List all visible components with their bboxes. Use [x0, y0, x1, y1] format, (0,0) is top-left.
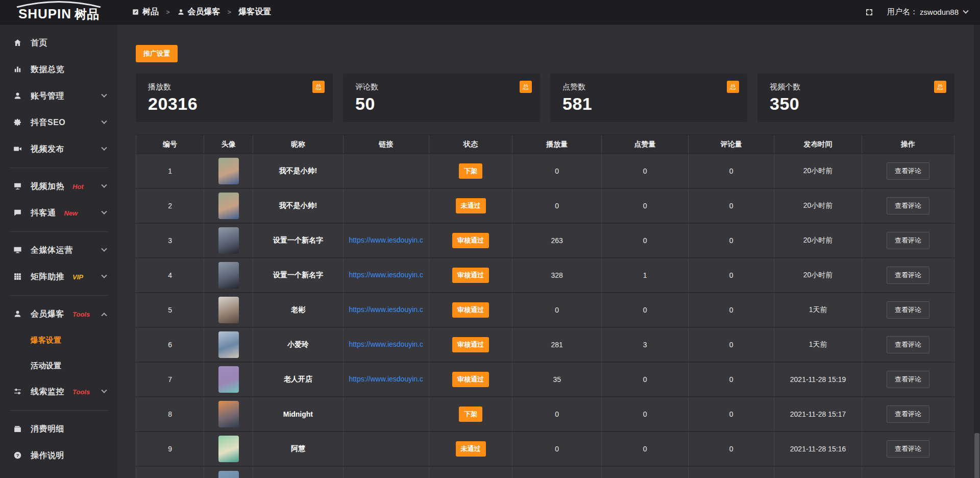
sidebar-item-label: 账号管理 [31, 91, 64, 102]
cell-comments: 0 [688, 154, 774, 188]
grid-icon [13, 272, 22, 281]
chevron-down-icon [101, 118, 107, 124]
cell-nickname: 设置一个新名字 [253, 223, 343, 258]
cell-num: 4 [136, 258, 204, 293]
sidebar-item-operation-guide[interactable]: ? 操作说明 [0, 442, 117, 469]
cell-link [343, 397, 429, 432]
sidebar-subitem-baoke-settings[interactable]: 爆客设置 [0, 327, 117, 353]
table-header-avatar: 头像 [204, 135, 253, 154]
cell-status: 审核通过 [429, 362, 512, 397]
chevron-down-icon [101, 92, 107, 98]
cell-plays: 0 [512, 188, 602, 223]
breadcrumb-separator: > [164, 8, 172, 16]
cell-publish-time [774, 466, 862, 478]
sidebar-item-label: 视频加热 [31, 181, 64, 192]
cell-link: https://www.iesdouyin.c [343, 293, 429, 327]
view-comments-button[interactable]: 查看评论 [887, 301, 929, 319]
cell-num: 7 [136, 362, 204, 397]
sidebar-item-member-baoke[interactable]: 会员爆客 Tools [0, 301, 117, 327]
user-menu[interactable]: 用户名：zswodun88 [887, 7, 968, 17]
table-header-row: 编号头像昵称链接状态播放量点赞量评论量发布时间操作 [136, 135, 954, 154]
chevron-down-icon [101, 388, 107, 393]
sidebar-item-label: 视频发布 [31, 144, 64, 155]
table-header-link: 链接 [343, 135, 429, 154]
view-comments-button[interactable]: 查看评论 [887, 197, 929, 214]
sidebar-item-label: 矩阵助推 [31, 272, 64, 282]
sidebar-item-video-heat[interactable]: 视频加热 Hot [0, 173, 117, 200]
table-row: 1 我不是小帅! 下架 0 0 0 20小时前 查看评论 [136, 154, 954, 188]
cell-likes: 0 [602, 362, 689, 397]
chevron-down-icon [101, 209, 107, 214]
sidebar-item-clue-monitor[interactable]: 线索监控 Tools [0, 378, 117, 405]
cell-nickname: 我不是小帅! [253, 188, 343, 223]
cell-status: 下架 [429, 397, 512, 432]
cell-plays: 0 [512, 154, 602, 188]
sidebar-item-douyin-seo[interactable]: 抖音SEO [0, 109, 117, 136]
sidebar-divider [9, 410, 108, 411]
table-row: 9 阿慧 未通过 0 0 0 2021-11-28 15:16 查看评论 [136, 432, 954, 466]
video-link[interactable]: https://www.iesdouyin.c [349, 375, 423, 383]
stat-value: 581 [562, 94, 735, 114]
stat-card: 视频个数 350 总 [757, 74, 954, 122]
sidebar-subitem-activity-settings[interactable]: 活动设置 [0, 353, 117, 378]
avatar [218, 471, 239, 478]
sidebar-item-data-overview[interactable]: 数据总览 [0, 56, 117, 83]
chevron-down-icon [101, 273, 107, 278]
sidebar-divider [9, 295, 108, 296]
video-link[interactable]: https://www.iesdouyin.c [349, 236, 423, 244]
cell-status: 下架 [429, 154, 512, 188]
cell-plays: 0 [512, 432, 602, 466]
scrollbar-thumb[interactable] [974, 433, 979, 478]
video-link[interactable]: https://www.iesdouyin.c [349, 271, 423, 279]
video-link[interactable]: https://www.iesdouyin.c [349, 305, 423, 314]
svg-text:?: ? [16, 453, 19, 458]
stat-label: 评论数 [355, 82, 528, 92]
sidebar-divider [9, 168, 108, 168]
menu-badge: New [64, 209, 78, 217]
sidebar-item-douketong[interactable]: 抖客通 New [0, 200, 117, 226]
total-badge: 总 [312, 81, 325, 93]
view-comments-button[interactable]: 查看评论 [887, 162, 929, 180]
view-comments-button[interactable]: 查看评论 [887, 440, 929, 458]
cell-comments: 0 [688, 258, 774, 293]
status-badge: 下架 [459, 163, 482, 179]
avatar [218, 227, 239, 254]
sidebar-item-label: 消费明细 [31, 424, 64, 435]
promo-settings-button[interactable]: 推广设置 [136, 45, 178, 62]
cell-publish-time: 1天前 [774, 293, 862, 327]
app-icon [132, 8, 139, 16]
sidebar-divider [9, 231, 108, 232]
table-row: 6 小爱玲 https://www.iesdouyin.c 审核通过 281 3… [136, 327, 954, 362]
view-comments-button[interactable]: 查看评论 [887, 232, 929, 249]
cell-link [343, 432, 429, 466]
view-comments-button[interactable]: 查看评论 [887, 405, 929, 423]
sidebar-item-account-management[interactable]: 账号管理 [0, 83, 117, 109]
videos-table: 编号头像昵称链接状态播放量点赞量评论量发布时间操作 1 我不是小帅! 下架 0 … [136, 134, 954, 478]
cell-status: 审核通过 [429, 258, 512, 293]
home-icon [13, 38, 22, 47]
cell-plays: 263 [512, 223, 602, 258]
sidebar-item-label: 首页 [31, 38, 47, 49]
cell-action: 查看评论 [862, 327, 954, 362]
menu-badge: Tools [72, 310, 90, 318]
sidebar-item-matrix-boost[interactable]: 矩阵助推 VIP [0, 264, 117, 290]
video-link[interactable]: https://www.iesdouyin.c [349, 340, 423, 348]
scrollbar [974, 25, 980, 478]
view-comments-button[interactable]: 查看评论 [887, 336, 929, 353]
cell-comments: 0 [688, 188, 774, 223]
sidebar-item-home[interactable]: 首页 [0, 30, 117, 56]
cell-plays: 281 [512, 327, 602, 362]
breadcrumb-item-member-baoke[interactable]: 会员爆客 [177, 7, 220, 17]
app-logo: SHUPIN 树品 [0, 0, 117, 25]
breadcrumb-label: 树品 [142, 7, 159, 17]
view-comments-button[interactable]: 查看评论 [887, 267, 929, 284]
total-badge: 总 [520, 81, 532, 93]
sidebar-item-consumption-detail[interactable]: 消费明细 [0, 416, 117, 442]
table-row [136, 466, 954, 478]
chevron-up-icon [101, 313, 107, 318]
fullscreen-icon[interactable] [865, 8, 874, 17]
view-comments-button[interactable]: 查看评论 [887, 371, 929, 388]
sidebar-item-video-publish[interactable]: 视频发布 [0, 136, 117, 162]
breadcrumb-item-shupin[interactable]: 树品 [132, 7, 159, 17]
sidebar-item-omni-media[interactable]: 全媒体运营 [0, 237, 117, 264]
